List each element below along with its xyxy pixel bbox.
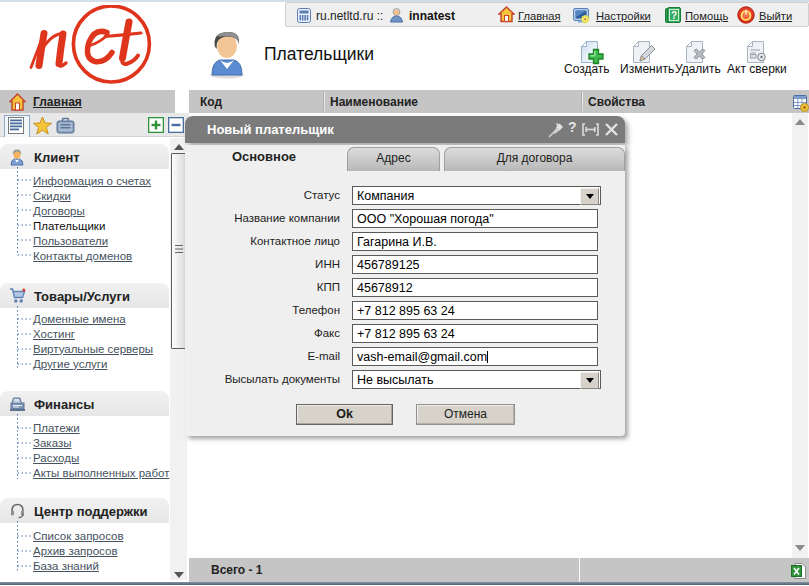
svg-text:?: ? — [671, 10, 677, 21]
